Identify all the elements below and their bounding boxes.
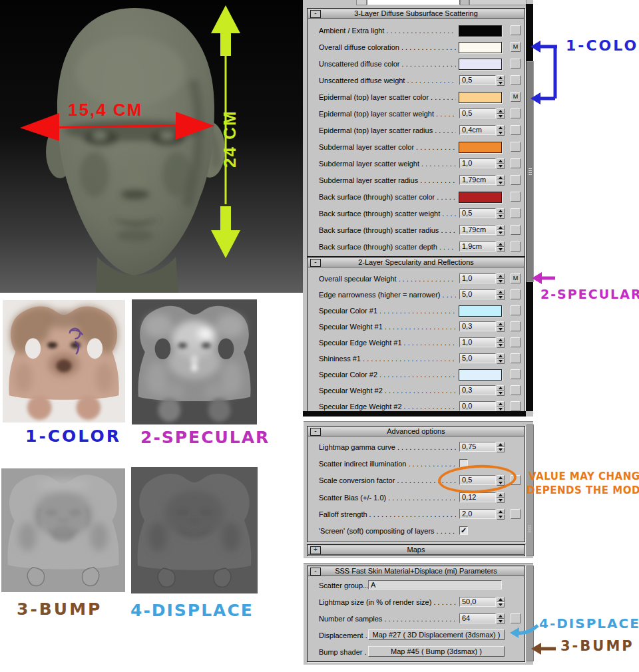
spinner-down-button[interactable]: [497, 327, 505, 332]
spinner-up-button[interactable]: [497, 337, 505, 343]
map-slot-button[interactable]: [511, 353, 521, 363]
value-field[interactable]: 0,3: [459, 321, 496, 331]
collapse-button[interactable]: -: [310, 428, 321, 436]
spinner-up-button[interactable]: [497, 385, 505, 391]
map-slot-button[interactable]: [511, 305, 521, 315]
map-slot-button[interactable]: [511, 321, 521, 331]
value-field[interactable]: 1,79cm: [459, 225, 496, 235]
checkbox[interactable]: ✓: [459, 526, 468, 535]
spinner-up-button[interactable]: [497, 208, 505, 214]
collapse-button[interactable]: -: [310, 568, 321, 576]
spinner-down-button[interactable]: [497, 279, 505, 284]
spinner-down-button[interactable]: [497, 180, 505, 186]
map-slot-button[interactable]: M: [511, 42, 521, 52]
spinner-up-button[interactable]: [497, 509, 505, 514]
value-field[interactable]: 1,9cm: [459, 242, 496, 252]
map-button[interactable]: Map #27 ( 3D Displacement (3dsmax) ): [368, 629, 505, 640]
value-field[interactable]: 1,0: [459, 337, 496, 347]
value-field[interactable]: 5,0: [459, 289, 496, 299]
map-slot-button[interactable]: M: [511, 92, 521, 102]
spinner-up-button[interactable]: [497, 492, 505, 498]
map-slot-button[interactable]: [511, 108, 521, 118]
map-slot-button[interactable]: [511, 337, 521, 347]
map-slot-button[interactable]: [511, 242, 521, 252]
value-field[interactable]: 0,4cm: [459, 125, 496, 135]
map-slot-button[interactable]: [511, 289, 521, 299]
spinner-up-button[interactable]: [497, 442, 505, 447]
map-slot-button[interactable]: M: [511, 273, 521, 283]
spinner-down-button[interactable]: [497, 81, 505, 86]
map-slot-button[interactable]: [511, 385, 521, 395]
value-field[interactable]: 50,0: [459, 597, 496, 607]
map-slot-button[interactable]: [511, 25, 521, 35]
spinner-up-button[interactable]: [497, 401, 505, 407]
color-swatch[interactable]: [459, 369, 502, 381]
spinner-up-button[interactable]: [497, 613, 505, 619]
rollout-header[interactable]: - 3-Layer Diffuse Subsurface Scattering: [308, 9, 524, 19]
spinner-down-button[interactable]: [497, 247, 505, 252]
rollout-header[interactable]: + Maps: [308, 546, 524, 555]
map-slot-button[interactable]: [511, 59, 521, 69]
partial-field[interactable]: [367, 0, 460, 5]
rollout-header[interactable]: - 2-Layer Specularity and Reflections: [308, 258, 524, 267]
spinner-up-button[interactable]: [497, 225, 505, 230]
spinner-down-button[interactable]: [497, 214, 505, 219]
map-slot-button[interactable]: [511, 125, 521, 135]
value-field[interactable]: 1,0: [459, 273, 496, 283]
text-field[interactable]: A: [368, 580, 502, 589]
spinner-up-button[interactable]: [497, 597, 505, 602]
value-field[interactable]: 2,0: [459, 509, 496, 519]
spinner-up-button[interactable]: [497, 321, 505, 327]
spinner-down-button[interactable]: [497, 619, 505, 624]
rollout-header[interactable]: - Advanced options: [308, 427, 524, 436]
spinner-up-button[interactable]: [497, 108, 505, 114]
map-slot-button[interactable]: [511, 75, 521, 85]
map-slot-button[interactable]: [511, 208, 521, 218]
spinner-up-button[interactable]: [497, 242, 505, 247]
spinner-down-button[interactable]: [497, 447, 505, 452]
collapse-button[interactable]: -: [310, 10, 321, 18]
map-button[interactable]: Map #45 ( Bump (3dsmax) ): [368, 646, 505, 657]
spinner-up-button[interactable]: [497, 158, 505, 164]
spinner-down-button[interactable]: [497, 602, 505, 607]
value-field[interactable]: 5,0: [459, 353, 496, 363]
color-swatch[interactable]: [459, 305, 502, 317]
map-slot-button[interactable]: [511, 192, 521, 202]
partial-button[interactable]: [356, 0, 367, 5]
value-field[interactable]: 1,79cm: [459, 175, 496, 185]
spinner-up-button[interactable]: [497, 125, 505, 130]
partial-button[interactable]: [469, 0, 527, 5]
spinner-down-button[interactable]: [497, 114, 505, 119]
spinner-down-button[interactable]: [497, 295, 505, 300]
value-field[interactable]: 0,0: [459, 401, 496, 411]
color-swatch[interactable]: [459, 192, 502, 203]
color-swatch[interactable]: [459, 59, 502, 70]
map-slot-button[interactable]: [511, 509, 521, 519]
spinner-up-button[interactable]: [497, 289, 505, 295]
collapse-button[interactable]: +: [310, 546, 321, 554]
value-field[interactable]: 1,0: [459, 158, 496, 168]
spinner-down-button[interactable]: [497, 130, 505, 136]
spinner-down-button[interactable]: [497, 498, 505, 503]
spinner-down-button[interactable]: [497, 164, 505, 169]
value-field[interactable]: 0,5: [459, 108, 496, 118]
partial-spinner[interactable]: [460, 0, 469, 5]
map-slot-button[interactable]: [511, 142, 521, 152]
value-field[interactable]: 0,12: [459, 492, 496, 502]
map-slot-button[interactable]: [511, 175, 521, 185]
value-field[interactable]: 64: [459, 613, 496, 623]
spinner-down-button[interactable]: [497, 514, 505, 520]
value-field[interactable]: 0,75: [459, 442, 496, 452]
color-swatch[interactable]: [459, 25, 502, 37]
spinner-down-button[interactable]: [497, 230, 505, 236]
spinner-up-button[interactable]: [497, 353, 505, 359]
collapse-button[interactable]: -: [310, 259, 321, 267]
spinner-up-button[interactable]: [497, 75, 505, 81]
map-slot-button[interactable]: [511, 225, 521, 235]
value-field[interactable]: 0,5: [459, 208, 496, 218]
value-field[interactable]: 0,5: [459, 75, 496, 85]
rollout-header[interactable]: - SSS Fast Skin Material+Displace (mi) P…: [308, 567, 524, 576]
spinner-up-button[interactable]: [497, 273, 505, 279]
color-swatch[interactable]: [459, 42, 502, 53]
spinner-down-button[interactable]: [497, 359, 505, 364]
